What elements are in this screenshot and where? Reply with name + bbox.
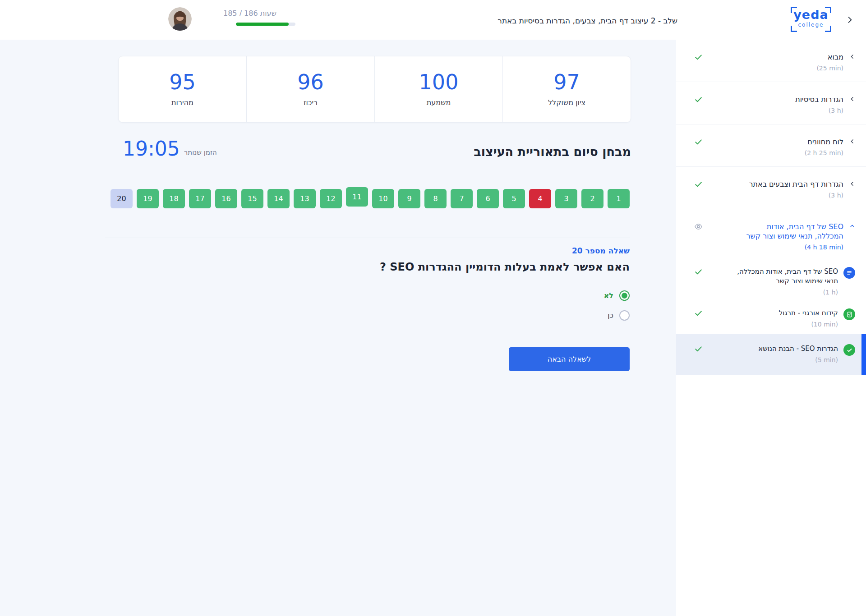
score-summary-card: 97ציון משוקלל100משמעת96ריכוז95מהירות (118, 56, 631, 123)
sidebar-item-7[interactable]: קידום אורגני - תרגול(10 min) (676, 302, 866, 334)
completed-checkmark (694, 53, 703, 63)
sidebar-item-8[interactable]: הגדרות SEO - הבנת הנושא(5 min) (676, 334, 866, 375)
chevron-left-icon (849, 96, 855, 102)
question-nav-button-19[interactable]: 19 (137, 189, 159, 208)
completed-check-icon (846, 347, 853, 354)
question-nav-button-1[interactable]: 1 (608, 189, 630, 208)
exam-timer: 19:05 הזמן שנותר (123, 139, 217, 159)
chevron-left-icon (849, 54, 855, 60)
sidebar-item-texts: SEO של דף הבית, אודות המכללה, תנאי שימוש… (731, 267, 838, 296)
score-cell: 97ציון משוקלל (502, 56, 631, 122)
question-nav-button-12[interactable]: 12 (320, 189, 342, 208)
sidebar-item-texts: הגדרות SEO - הבנת הנושא(5 min) (758, 344, 838, 363)
question-nav-button-6[interactable]: 6 (477, 189, 499, 208)
question-nav-button-8[interactable]: 8 (424, 189, 447, 208)
logo-corner (791, 26, 797, 32)
checkmark-icon (694, 95, 703, 104)
score-value: 96 (297, 72, 324, 92)
radio-button[interactable] (619, 310, 630, 321)
question-nav-button-10[interactable]: 10 (372, 189, 394, 208)
score-cell: 100משמעת (374, 56, 502, 122)
question-nav-button-5[interactable]: 5 (503, 189, 525, 208)
logo-corner (825, 7, 831, 13)
question-nav-button-20[interactable]: 20 (111, 189, 133, 208)
option-label: כן (608, 311, 613, 320)
sidebar-item-duration: (3 h) (795, 107, 843, 114)
chevron-left-icon (849, 138, 855, 144)
sidebar-item-duration: (25 min) (816, 64, 843, 72)
sidebar-item-texts: הגדרות בסיסיות(3 h) (795, 95, 843, 114)
sidebar-item-2[interactable]: הגדרות בסיסיות(3 h) (676, 82, 866, 124)
checkmark-icon (694, 53, 703, 61)
option-label: לא (604, 291, 613, 300)
checkmark-icon (694, 345, 703, 353)
sidebar-item-texts: קידום אורגני - תרגול(10 min) (779, 308, 838, 328)
question-nav-button-11[interactable]: 11 (346, 187, 368, 207)
collapse-caret (849, 223, 855, 229)
checkmark-icon (694, 180, 703, 188)
time-remaining-value: 19:05 (123, 139, 180, 159)
course-sidebar: מבוא(25 min)הגדרות בסיסיות(3 h)לוח מחוונ… (676, 40, 866, 616)
user-avatar[interactable] (168, 7, 192, 31)
radio-button[interactable] (619, 290, 630, 301)
question-nav-button-2[interactable]: 2 (581, 189, 603, 208)
answer-option-1[interactable]: לא (604, 290, 630, 301)
eye-icon (694, 222, 703, 231)
answer-option-2[interactable]: כן (604, 310, 630, 321)
expand-caret (849, 54, 855, 60)
course-progress: 185 / 186 שעות (223, 9, 295, 26)
sidebar-item-texts: מבוא(25 min) (816, 52, 843, 72)
question-text: האם אפשר לאמת בעלות הדומיין ההגדרות SEO … (380, 261, 630, 273)
question-nav-button-17[interactable]: 17 (189, 189, 211, 208)
sidebar-item-1[interactable]: מבוא(25 min) (676, 40, 866, 82)
sidebar-item-duration: (3 h) (749, 192, 843, 199)
sidebar-item-4[interactable]: הגדרות דף הבית וצבעים באתר(3 h) (676, 167, 866, 209)
score-label: מהירות (171, 98, 193, 107)
expand-caret (849, 138, 855, 144)
next-question-button[interactable]: לשאלה הבאה (509, 347, 630, 371)
sidebar-item-title: הגדרות דף הבית וצבעים באתר (749, 179, 843, 189)
chevron-up-icon (849, 223, 855, 229)
question-nav-button-15[interactable]: 15 (241, 189, 263, 208)
progress-bar (236, 23, 295, 26)
progress-bar-fill (236, 23, 289, 26)
lesson-type-icon-check-circle (843, 344, 855, 356)
score-cell: 95מהירות (119, 56, 246, 122)
question-number-badge: שאלה מספר 20 (572, 246, 630, 255)
completed-checkmark (694, 180, 703, 190)
completed-checkmark (694, 95, 703, 106)
logo-corner (825, 26, 831, 32)
practice-assignment-icon (846, 311, 853, 318)
sidebar-item-5[interactable]: SEO של דף הבית, אודות המכללה, תנאי שימוש… (676, 209, 866, 261)
sidebar-item-3[interactable]: לוח מחוונים(2 h 25 min) (676, 124, 866, 167)
sidebar-item-texts: הגדרות דף הבית וצבעים באתר(3 h) (749, 179, 843, 199)
sidebar-collapse-button[interactable] (843, 13, 857, 27)
sidebar-item-title: SEO של דף הבית, אודות המכללה, תנאי שימוש… (731, 267, 838, 286)
checkmark-icon (694, 138, 703, 146)
question-nav-button-14[interactable]: 14 (267, 189, 290, 208)
expand-caret (849, 181, 855, 187)
question-nav-button-16[interactable]: 16 (215, 189, 237, 208)
question-nav-button-9[interactable]: 9 (398, 189, 420, 208)
score-value: 97 (553, 72, 580, 92)
sidebar-item-duration: (5 min) (758, 356, 838, 363)
sidebar-item-duration: (10 min) (779, 321, 838, 328)
notes-icon (846, 270, 852, 276)
question-nav-button-13[interactable]: 13 (294, 189, 316, 208)
score-value: 95 (169, 72, 196, 92)
completed-checkmark (694, 345, 703, 355)
question-number-nav: 1234567891011121314151617181920 (111, 189, 630, 208)
sidebar-item-6[interactable]: SEO של דף הבית, אודות המכללה, תנאי שימוש… (676, 261, 866, 302)
answer-options: לאכן (604, 290, 630, 321)
sidebar-item-title: לוח מחוונים (805, 137, 843, 147)
question-nav-button-4[interactable]: 4 (529, 189, 551, 208)
question-nav-button-3[interactable]: 3 (555, 189, 577, 208)
score-cell: 96ריכוז (246, 56, 374, 122)
question-nav-button-18[interactable]: 18 (163, 189, 185, 208)
preview-eye[interactable] (694, 222, 703, 233)
header: 185 / 186 שעות שלב - 2 עיצוב דף הבית, צב… (0, 0, 866, 40)
question-nav-button-7[interactable]: 7 (451, 189, 473, 208)
sidebar-item-title: מבוא (816, 52, 843, 62)
logo-corner (791, 7, 797, 13)
sidebar-item-texts: לוח מחוונים(2 h 25 min) (805, 137, 843, 156)
